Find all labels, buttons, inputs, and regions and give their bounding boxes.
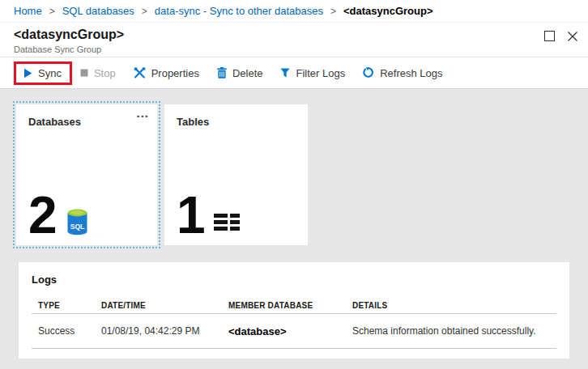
properties-button[interactable]: Properties xyxy=(134,67,199,79)
title-block: <datasyncGroup> Database Sync Group xyxy=(0,23,588,57)
logs-column-type: TYPE xyxy=(32,301,101,310)
logs-header-row: TYPE DATE/TIME MEMBER DATABASE DETAILS xyxy=(32,298,556,314)
sync-button-label: Sync xyxy=(38,67,62,79)
databases-count: 2 xyxy=(28,196,56,236)
logs-column-member-database: MEMBER DATABASE xyxy=(228,301,352,310)
refresh-icon xyxy=(363,67,374,78)
logs-title: Logs xyxy=(32,274,556,286)
page-title: <datasyncGroup> xyxy=(14,27,588,43)
database-sync-group-window: Home > SQL databases > data-sync - Sync … xyxy=(0,0,588,369)
tables-count: 1 xyxy=(177,196,204,236)
stop-button-label: Stop xyxy=(94,67,116,79)
logs-panel: Logs TYPE DATE/TIME MEMBER DATABASE DETA… xyxy=(19,262,569,358)
breadcrumb-current-page: <datasyncGroup> xyxy=(343,5,433,17)
filter-logs-button[interactable]: Filter Logs xyxy=(280,67,345,79)
delete-button[interactable]: Delete xyxy=(217,67,263,79)
play-icon xyxy=(23,68,32,78)
stop-button[interactable]: Stop xyxy=(80,67,116,79)
log-row-details: Schema information obtained successfully… xyxy=(352,325,556,337)
breadcrumb-home[interactable]: Home xyxy=(14,5,42,17)
sql-database-icon: SQL xyxy=(66,209,88,235)
tables-tile[interactable]: Tables 1 xyxy=(164,104,308,245)
svg-text:SQL: SQL xyxy=(70,223,83,231)
breadcrumb-separator: > xyxy=(142,6,147,17)
databases-tile-title: Databases xyxy=(28,116,145,128)
sync-button[interactable]: Sync xyxy=(23,67,62,79)
content-area: Databases ... 2 SQL Tables xyxy=(0,89,588,369)
maximize-icon xyxy=(544,31,555,41)
properties-button-label: Properties xyxy=(151,67,199,79)
crossed-tools-icon xyxy=(134,67,146,78)
close-icon xyxy=(567,31,578,42)
stop-icon xyxy=(80,69,88,77)
logs-column-datetime: DATE/TIME xyxy=(101,301,228,310)
trash-icon xyxy=(217,67,227,78)
window-controls xyxy=(543,30,578,42)
refresh-logs-button-label: Refresh Logs xyxy=(380,67,442,79)
filter-icon xyxy=(280,68,290,78)
tiles-row: Databases ... 2 SQL Tables xyxy=(16,104,588,245)
table-rows-icon xyxy=(214,214,240,231)
filter-logs-button-label: Filter Logs xyxy=(296,67,345,79)
delete-button-label: Delete xyxy=(232,67,263,79)
breadcrumb-separator: > xyxy=(49,6,55,17)
sync-highlight-box: Sync xyxy=(14,62,72,85)
breadcrumb: Home > SQL databases > data-sync - Sync … xyxy=(0,0,588,23)
log-row-type: Success xyxy=(32,325,101,337)
breadcrumb-data-sync[interactable]: data-sync - Sync to other databases xyxy=(155,5,323,17)
log-row-member-database: <database> xyxy=(228,325,352,337)
command-bar: Sync Stop Properties xyxy=(0,57,588,89)
maximize-button[interactable] xyxy=(543,30,556,42)
close-button[interactable] xyxy=(566,30,578,42)
refresh-logs-button[interactable]: Refresh Logs xyxy=(363,67,442,79)
log-row-datetime: 01/08/19, 04:42:29 PM xyxy=(101,325,228,337)
breadcrumb-separator: > xyxy=(330,6,336,17)
breadcrumb-sql-databases[interactable]: SQL databases xyxy=(62,5,134,17)
tables-tile-title: Tables xyxy=(177,116,296,128)
logs-column-details: DETAILS xyxy=(352,301,556,310)
databases-tile-menu-ellipsis[interactable]: ... xyxy=(136,106,149,120)
page-subtitle: Database Sync Group xyxy=(14,45,588,54)
databases-tile[interactable]: Databases ... 2 SQL xyxy=(16,104,157,245)
log-row[interactable]: Success 01/08/19, 04:42:29 PM <database>… xyxy=(32,314,556,349)
